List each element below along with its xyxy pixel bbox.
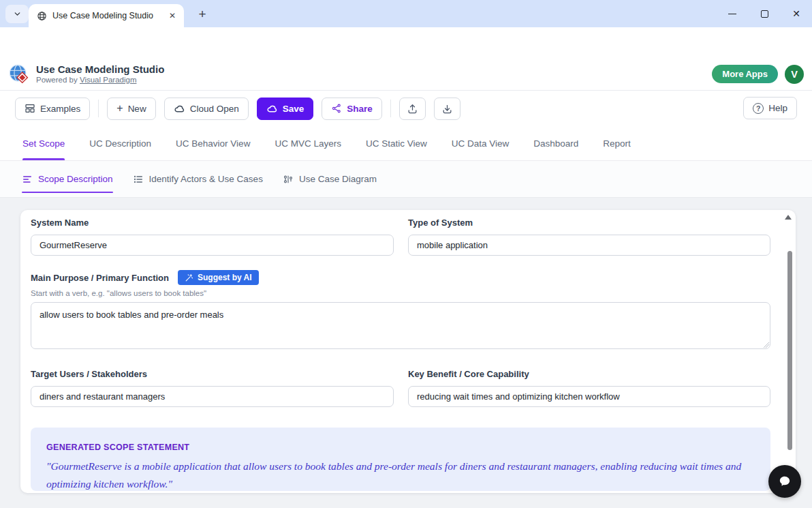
tab-dashboard[interactable]: Dashboard: [533, 126, 578, 160]
magic-wand-icon: [185, 273, 193, 282]
export-button[interactable]: [399, 98, 426, 120]
window-controls: ✕: [722, 0, 807, 27]
browser-tab[interactable]: Use Case Modeling Studio ✕: [29, 4, 184, 27]
system-name-label: System Name: [31, 218, 89, 228]
more-apps-button[interactable]: More Apps: [712, 65, 778, 83]
plus-icon: +: [116, 102, 123, 115]
app-header: Use Case Modeling Studio Powered by Visu…: [0, 58, 812, 91]
app-title-block: Use Case Modeling Studio Powered by Visu…: [36, 63, 164, 85]
layout-icon: [25, 103, 35, 114]
cloud-save-icon: [266, 103, 278, 115]
browser-toolbar: ← → ai-toolbox.visual-paradigm.com/app/u…: [0, 27, 812, 58]
tab-uc-description[interactable]: UC Description: [89, 126, 151, 160]
active-tab-indicator: [22, 158, 65, 160]
browser-tab-strip: Use Case Modeling Studio ✕ + ✕: [0, 0, 812, 27]
sub-tab-bar: Scope Description Identify Actors & Use …: [0, 161, 812, 198]
scope-statement-text: "GourmetReserve is a mobile application …: [46, 458, 755, 493]
target-users-input[interactable]: [31, 386, 394, 407]
generated-scope-statement-box: GENERATED SCOPE STATEMENT "GourmetReserv…: [31, 428, 770, 491]
tab-uc-data-view[interactable]: UC Data View: [452, 126, 510, 160]
question-icon: ?: [753, 103, 764, 114]
visual-paradigm-logo: [8, 63, 30, 85]
header-right: More Apps V: [712, 65, 804, 84]
window-maximize-button[interactable]: [754, 3, 775, 24]
minimize-icon: [728, 14, 736, 14]
help-button[interactable]: ? Help: [743, 97, 797, 119]
scrollbar-up-arrow[interactable]: [785, 215, 792, 220]
resize-grip-icon[interactable]: [763, 342, 770, 348]
main-purpose-textarea[interactable]: allow users to book tables and pre-order…: [31, 302, 770, 349]
action-bar: Examples + New Cloud Open Save Share: [0, 91, 812, 126]
import-button[interactable]: [434, 98, 460, 120]
visual-paradigm-link[interactable]: Visual Paradigm: [80, 76, 137, 84]
tab-title: Use Case Modeling Studio: [52, 11, 168, 20]
main-tab-bar: Set Scope UC Description UC Behavior Vie…: [0, 126, 812, 161]
subtab-identify-actors[interactable]: Identify Actors & Use Cases: [133, 161, 263, 197]
new-button[interactable]: + New: [107, 98, 155, 120]
subtab-use-case-diagram[interactable]: Use Case Diagram: [283, 161, 377, 197]
text-lines-icon: [22, 174, 33, 185]
chat-button[interactable]: [768, 465, 801, 498]
purpose-label-row: Main Purpose / Primary Function Suggest …: [31, 270, 259, 285]
active-subtab-indicator: [22, 192, 113, 194]
scope-form-card: System Name Type of System Main Purpose …: [20, 210, 796, 493]
actionbar-separator: [98, 100, 99, 117]
cloud-open-button[interactable]: Cloud Open: [164, 98, 249, 120]
upload-icon: [407, 103, 418, 115]
target-users-label: Target Users / Stakeholders: [31, 369, 147, 379]
window-minimize-button[interactable]: [722, 3, 743, 24]
actionbar-separator: [390, 100, 391, 117]
diagram-icon: [283, 174, 294, 185]
tab-uc-mvc-layers[interactable]: UC MVC Layers: [275, 126, 341, 160]
list-icon: [133, 174, 144, 185]
key-benefit-input[interactable]: [408, 386, 770, 407]
scrollbar-thumb[interactable]: [787, 251, 792, 450]
system-name-input[interactable]: [31, 235, 394, 256]
scope-statement-title: GENERATED SCOPE STATEMENT: [46, 443, 189, 452]
maximize-icon: [761, 10, 768, 18]
save-button[interactable]: Save: [257, 98, 314, 120]
tab-report[interactable]: Report: [603, 126, 631, 160]
tab-search-button[interactable]: [5, 5, 29, 23]
tab-uc-static-view[interactable]: UC Static View: [366, 126, 427, 160]
purpose-hint: Start with a verb, e.g. "allows users to…: [31, 289, 206, 297]
globe-icon: [37, 11, 47, 21]
content-area: System Name Type of System Main Purpose …: [0, 198, 812, 508]
window-close-button[interactable]: ✕: [786, 3, 807, 24]
new-tab-button[interactable]: +: [193, 5, 211, 23]
key-benefit-label: Key Benefit / Core Capability: [408, 369, 529, 379]
app-title: Use Case Modeling Studio: [36, 63, 164, 75]
download-icon: [441, 103, 453, 115]
main-purpose-label: Main Purpose / Primary Function: [31, 273, 169, 283]
tab-uc-behavior-view[interactable]: UC Behavior View: [176, 126, 250, 160]
type-of-system-input[interactable]: [408, 235, 770, 256]
tab-close-icon[interactable]: ✕: [168, 10, 177, 22]
examples-button[interactable]: Examples: [15, 98, 90, 120]
user-avatar[interactable]: V: [785, 65, 804, 84]
cloud-icon: [174, 103, 185, 115]
suggest-by-ai-button[interactable]: Suggest by AI: [178, 270, 259, 285]
chevron-down-icon: [13, 10, 22, 18]
chat-bubble-icon: [777, 474, 792, 489]
share-icon: [331, 103, 342, 114]
share-button[interactable]: Share: [322, 98, 382, 120]
subtab-scope-description[interactable]: Scope Description: [22, 161, 113, 197]
type-of-system-label: Type of System: [408, 218, 473, 228]
powered-by: Powered by Visual Paradigm: [36, 75, 164, 85]
tab-set-scope[interactable]: Set Scope: [22, 126, 65, 160]
